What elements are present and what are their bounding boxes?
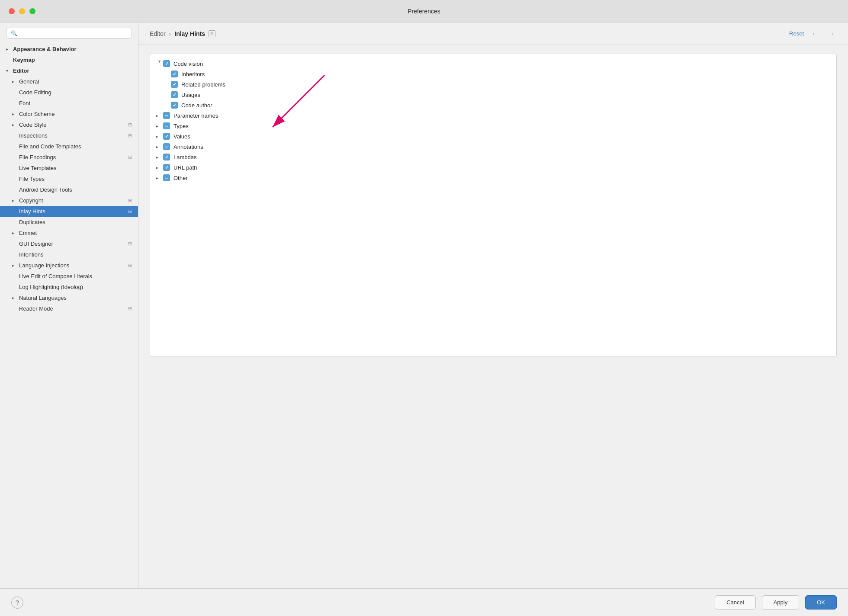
sidebar-label: Keymap — [13, 57, 132, 63]
sidebar-list: ▸Appearance & Behavior Keymap▾Editor▸Gen… — [0, 44, 138, 588]
sidebar-item-android-design-tools[interactable]: Android Design Tools — [0, 184, 138, 195]
sidebar-label: General — [19, 78, 132, 85]
checkbox[interactable]: ✓ — [163, 154, 170, 160]
tree-row-values[interactable]: ▸✓Values — [150, 131, 836, 141]
checkbox[interactable]: ✓ — [171, 91, 178, 98]
chevron-spacer — [6, 58, 11, 62]
sidebar-item-color-scheme[interactable]: ▸Color Scheme — [0, 109, 138, 119]
sidebar-item-code-editing[interactable]: Code Editing — [0, 87, 138, 98]
checkbox-partial[interactable]: − — [163, 143, 170, 150]
tree-row-usages[interactable]: ▸✓Usages — [150, 90, 836, 100]
tree-item-label: Inheritors — [181, 71, 205, 77]
bottom-bar: ? Cancel Apply OK — [0, 588, 848, 616]
sidebar-label: Inspections — [19, 132, 126, 139]
minimize-button[interactable] — [19, 8, 25, 14]
tree-row-lambdas[interactable]: ▸✓Lambdas — [150, 152, 836, 162]
back-arrow[interactable]: ← — [810, 29, 820, 38]
sidebar-label: Code Editing — [19, 89, 132, 96]
tree-chevron[interactable]: ▸ — [156, 176, 163, 180]
help-icon[interactable]: ? — [11, 597, 23, 609]
search-box[interactable]: 🔍 — [6, 28, 132, 38]
sidebar-item-font[interactable]: Font — [0, 98, 138, 109]
tree-row-parameter-names[interactable]: ▸−Parameter names — [150, 110, 836, 121]
check-icon: ✓ — [165, 154, 169, 160]
chevron-icon: ▸ — [12, 122, 17, 127]
checkbox[interactable]: ✓ — [163, 133, 170, 140]
sidebar-item-log-highlighting[interactable]: Log Highlighting (Ideolog) — [0, 282, 138, 292]
checkbox[interactable]: ✓ — [171, 81, 178, 88]
sidebar-item-inspections[interactable]: Inspections⊞ — [0, 130, 138, 141]
sidebar-label: Intentions — [19, 251, 132, 258]
tree-chevron[interactable]: ▸ — [156, 144, 163, 149]
search-input[interactable] — [20, 30, 127, 36]
sidebar-item-emmet[interactable]: ▸Emmet — [0, 228, 138, 238]
tree-row-inheritors[interactable]: ▸✓Inheritors — [150, 69, 836, 79]
tree-chevron[interactable]: ▸ — [156, 155, 163, 160]
sidebar-label: Font — [19, 100, 132, 106]
chevron-icon: ▸ — [12, 198, 17, 203]
sidebar-item-live-templates[interactable]: Live Templates — [0, 163, 138, 173]
sidebar-item-live-edit[interactable]: Live Edit of Compose Literals — [0, 271, 138, 282]
sidebar-item-appearance[interactable]: ▸Appearance & Behavior — [0, 44, 138, 55]
chevron-spacer — [12, 274, 17, 279]
checkbox[interactable]: ✓ — [163, 164, 170, 171]
tree-row-other[interactable]: ▸−Other — [150, 173, 836, 183]
sidebar-item-language-injections[interactable]: ▸Language Injections⊞ — [0, 260, 138, 271]
tree-chevron[interactable]: ▸ — [156, 124, 163, 128]
tree-row-code-author[interactable]: ▸✓Code author — [150, 100, 836, 110]
checkbox[interactable]: ✓ — [163, 60, 170, 67]
sidebar-item-natural-languages[interactable]: ▸Natural Languages — [0, 292, 138, 303]
tree-row-code-vision[interactable]: ▸✓Code vision — [150, 58, 836, 69]
sidebar-label: Live Templates — [19, 165, 132, 171]
sidebar-item-inlay-hints[interactable]: Inlay Hints⊞ — [0, 206, 138, 217]
checkbox-partial[interactable]: − — [163, 174, 170, 181]
tree-item-label: Other — [173, 175, 188, 181]
sidebar-item-duplicates[interactable]: Duplicates — [0, 217, 138, 228]
sidebar-item-keymap[interactable]: Keymap — [0, 55, 138, 65]
checkbox-partial[interactable]: − — [163, 112, 170, 119]
sidebar-item-file-types[interactable]: File Types — [0, 173, 138, 184]
tree-item-label: Code author — [181, 102, 212, 109]
sidebar-item-gui-designer[interactable]: GUI Designer⊞ — [0, 238, 138, 249]
checkbox-partial[interactable]: − — [163, 122, 170, 129]
tree-chevron[interactable]: ▸ — [156, 134, 163, 139]
tree-chevron[interactable]: ▸ — [156, 165, 163, 170]
partial-icon: − — [165, 113, 168, 119]
tree-chevron[interactable]: ▸ — [156, 113, 163, 118]
sidebar-item-file-code-templates[interactable]: File and Code Templates — [0, 141, 138, 152]
reset-link[interactable]: Reset — [789, 30, 804, 37]
tree-item-label: Values — [173, 133, 190, 140]
cancel-button[interactable]: Cancel — [715, 595, 755, 610]
sidebar-item-intentions[interactable]: Intentions — [0, 249, 138, 260]
breadcrumb-parent[interactable]: Editor — [150, 30, 166, 37]
tree-row-annotations[interactable]: ▸−Annotations — [150, 141, 836, 152]
sidebar-item-file-encodings[interactable]: File Encodings⊞ — [0, 152, 138, 163]
chevron-icon: ▸ — [12, 295, 17, 300]
checkbox[interactable]: ✓ — [171, 71, 178, 77]
tree-panel: ▸✓Code vision▸✓Inheritors▸✓Related probl… — [138, 45, 848, 588]
chevron-spacer — [12, 252, 17, 257]
sidebar-item-general[interactable]: ▸General — [0, 76, 138, 87]
maximize-button[interactable] — [29, 8, 35, 14]
chevron-spacer — [12, 166, 17, 170]
sidebar-item-copyright[interactable]: ▸Copyright⊞ — [0, 195, 138, 206]
tree-row-url-path[interactable]: ▸✓URL path — [150, 162, 836, 173]
chevron-spacer — [12, 306, 17, 311]
close-button[interactable] — [9, 8, 15, 14]
tree-chevron[interactable]: ▸ — [157, 60, 162, 67]
settings-badge: ⊞ — [128, 263, 132, 268]
sidebar-item-editor[interactable]: ▾Editor — [0, 65, 138, 76]
ok-button[interactable]: OK — [805, 595, 837, 610]
content-area: Editor › Inlay Hints ⊞ Reset ← → — [138, 22, 848, 588]
sidebar-item-code-style[interactable]: ▸Code Style⊞ — [0, 119, 138, 130]
checkbox[interactable]: ✓ — [171, 102, 178, 109]
sidebar-item-reader-mode[interactable]: Reader Mode⊞ — [0, 303, 138, 314]
apply-button[interactable]: Apply — [762, 595, 800, 610]
forward-arrow[interactable]: → — [826, 29, 837, 38]
tree-row-related-problems[interactable]: ▸✓Related problems — [150, 79, 836, 90]
tree-item-label: Annotations — [173, 144, 203, 150]
sidebar-label: File Types — [19, 176, 132, 182]
settings-badge: ⊞ — [128, 241, 132, 247]
tree-row-types[interactable]: ▸−Types — [150, 121, 836, 131]
sidebar-label: Natural Languages — [19, 295, 132, 301]
